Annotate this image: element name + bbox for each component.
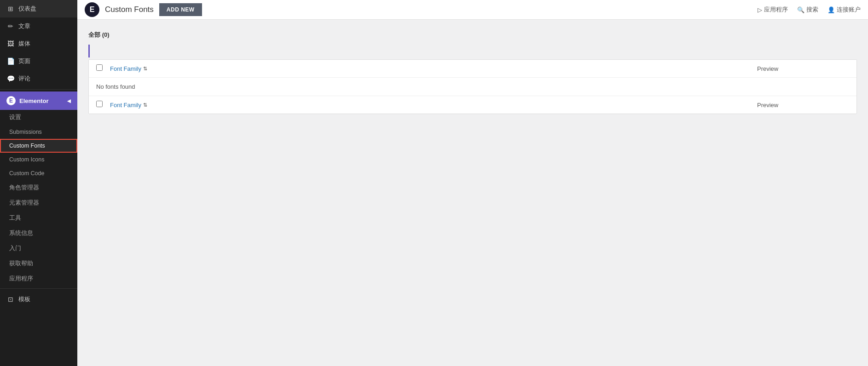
topbar: E Custom Fonts ADD NEW ▷ 应用程序 🔍 搜索 👤 连接账… [77,0,868,20]
elementor-icon: E [6,96,16,105]
table-footer-row: Font Family ⇅ Preview [89,96,856,114]
topbar-logo: E [85,2,99,17]
sidebar-submenu-custom-code[interactable]: Custom Code [0,166,77,180]
sidebar-item-templates[interactable]: ⊡ 模板 [0,291,77,308]
play-icon: ▷ [758,6,762,13]
sidebar-submenu-custom-fonts[interactable]: Custom Fonts [0,139,77,153]
add-new-button[interactable]: ADD NEW [159,3,202,16]
sidebar-submenu-role-manager[interactable]: 角色管理器 [0,180,77,195]
table-empty-row: No fonts found [89,78,856,96]
topbar-account-action[interactable]: 👤 连接账户 [827,6,861,14]
sidebar-item-comments[interactable]: 💬 评论 [0,70,77,87]
table-header-row: Font Family ⇅ Preview [89,60,856,78]
topbar-search-action[interactable]: 🔍 搜索 [797,6,818,14]
sidebar-submenu-tools[interactable]: 工具 [0,211,77,226]
divider [0,89,77,90]
elementor-submenu: 设置 Submissions Custom Fonts Custom Icons… [0,110,77,286]
sidebar-submenu-settings[interactable]: 设置 [0,110,77,125]
sidebar-item-dashboard[interactable]: ⊞ 仪表盘 [0,0,77,17]
col-font-family-header[interactable]: Font Family ⇅ [110,65,757,72]
main-content: 全部 (0) Font Family ⇅ Preview [77,20,868,366]
topbar-run-action[interactable]: ▷ 应用程序 [758,6,788,14]
select-all-checkbox[interactable] [96,64,103,71]
comments-icon: 💬 [6,75,15,82]
sidebar-submenu-intro[interactable]: 入门 [0,241,77,256]
col-preview-header: Preview [757,65,849,72]
footer-sort-icon: ⇅ [143,102,147,108]
col-font-family-footer[interactable]: Font Family ⇅ [110,102,757,109]
footer-select-all-checkbox[interactable] [96,101,103,107]
sidebar-submenu-get-help[interactable]: 获取帮助 [0,256,77,271]
sidebar-submenu-submissions[interactable]: Submissions [0,125,77,139]
sidebar-item-posts[interactable]: ✏ 文章 [0,17,77,35]
footer-checkbox-cell [96,101,110,109]
sidebar-submenu-apps[interactable]: 应用程序 [0,271,77,286]
filter-active-indicator [88,45,90,57]
page-title: Custom Fonts [105,5,154,14]
header-checkbox-cell [96,64,110,73]
pages-icon: 📄 [6,57,15,65]
posts-icon: ✏ [6,23,15,30]
filter-tab-all[interactable]: 全部 (0) [88,29,110,41]
sidebar-item-pages[interactable]: 📄 页面 [0,52,77,70]
templates-icon: ⊡ [6,296,15,303]
media-icon: 🖼 [6,40,15,47]
sidebar-item-media[interactable]: 🖼 媒体 [0,35,77,52]
divider2 [0,288,77,289]
sidebar-submenu-element-manager[interactable]: 元素管理器 [0,195,77,211]
account-icon: 👤 [827,6,835,13]
sidebar: ⊞ 仪表盘 ✏ 文章 🖼 媒体 📄 页面 💬 评论 E Elementor ◀ … [0,0,77,366]
sidebar-submenu-system-info[interactable]: 系统信息 [0,226,77,241]
sort-icon: ⇅ [143,66,147,72]
dashboard-icon: ⊞ [6,5,15,12]
search-icon: 🔍 [797,6,804,13]
filter-bar: 全部 (0) [88,29,857,41]
col-preview-footer: Preview [757,102,849,109]
sidebar-item-elementor[interactable]: E Elementor ◀ [0,92,77,110]
sidebar-submenu-custom-icons[interactable]: Custom Icons [0,153,77,166]
chevron-right-icon: ◀ [67,98,71,103]
main-wrapper: E Custom Fonts ADD NEW ▷ 应用程序 🔍 搜索 👤 连接账… [77,0,868,366]
fonts-table: Font Family ⇅ Preview No fonts found Fon… [88,59,857,114]
topbar-actions: ▷ 应用程序 🔍 搜索 👤 连接账户 [758,6,861,14]
